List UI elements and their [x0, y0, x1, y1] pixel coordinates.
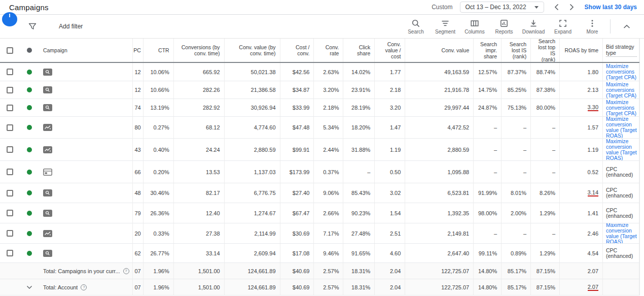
column-header-conv-value[interactable]: Conv. value: [405, 39, 474, 62]
help-icon[interactable]: ?: [81, 284, 87, 290]
row-checkbox[interactable]: [7, 169, 13, 175]
enabled-status-dot[interactable]: [27, 125, 32, 130]
cell-cost_conv: $17.08: [280, 244, 314, 262]
cell-bid-strategy-type[interactable]: Maximize conversion value (Target ROAS): [603, 139, 639, 160]
column-header-cost-per-conv[interactable]: Cost / conv.: [280, 39, 314, 62]
column-header-conv-value-per-cost[interactable]: Conv. value / cost: [375, 39, 405, 62]
date-range-value: Oct 13 – Dec 13, 2022: [466, 4, 526, 11]
status-filter-dot[interactable]: [27, 48, 32, 53]
row-checkbox[interactable]: [7, 230, 13, 237]
cell-bid-strategy-type[interactable]: Maximize conversion value (Target ROAS): [603, 117, 639, 138]
cell-cpc: 79: [133, 203, 144, 223]
cell-value_cost: 1.19: [375, 139, 405, 160]
column-header-roas-by-time[interactable]: ROAS by time: [560, 39, 603, 62]
column-header-ctr[interactable]: CTR: [144, 39, 174, 62]
cell-bid-strategy-type[interactable]: Maximize conversions (Target CPA): [603, 99, 639, 116]
roas-flagged-value: 3.30: [588, 104, 598, 111]
cell-value_cost: 3.02: [375, 183, 405, 203]
add-filter-button[interactable]: Add filter: [59, 23, 83, 30]
cell-conv_value_time: 124,661.89: [225, 263, 280, 279]
download-button[interactable]: Download: [519, 19, 548, 35]
cell-roas-by-time: 1.19: [560, 139, 603, 160]
help-icon[interactable]: ?: [123, 268, 129, 274]
column-header-campaign[interactable]: Campaign: [39, 39, 133, 62]
expand-button[interactable]: Expand: [548, 19, 578, 35]
enabled-status-dot[interactable]: [27, 251, 32, 256]
more-button[interactable]: More: [578, 19, 607, 35]
cell-roas-by-time: 1.80: [560, 63, 603, 81]
cell-conv_value_time: 1,137.03: [225, 161, 280, 183]
column-header-bid-strategy-type[interactable]: Bid strategy type: [603, 39, 639, 62]
cell-lost_is: –: [502, 223, 531, 243]
cell-lost_top_is: 87.15%: [531, 279, 560, 295]
column-header-search-lost-top-is-rank[interactable]: Search lost top IS (rank): [531, 39, 560, 62]
toolbar-divider: [610, 19, 611, 34]
cell-bid-strategy-type[interactable]: Maximize conversions (Target CPA): [603, 63, 639, 81]
cell-bid-strategy-type[interactable]: Maximize conversion value (Target ROAS): [603, 223, 639, 243]
cell-impr_share: 12.57%: [474, 63, 502, 81]
search-icon: [411, 19, 420, 28]
row-checkbox[interactable]: [7, 105, 13, 111]
column-header-conv-value-by-conv-time[interactable]: Conv. value (by conv. time): [225, 39, 280, 62]
date-mode-label: Custom: [432, 4, 452, 11]
cell-click_share: 18.20%: [343, 117, 375, 138]
cell-conv_rate: 9.46%: [314, 244, 343, 262]
next-period-button[interactable]: [564, 2, 580, 13]
show-last-30-days-link[interactable]: Show last 30 days: [585, 4, 637, 11]
column-header-search-impr-share[interactable]: Search impr. share: [474, 39, 502, 62]
date-range-picker[interactable]: Oct 13 – Dec 13, 2022: [460, 2, 544, 13]
filter-funnel-icon[interactable]: [28, 22, 37, 31]
column-header-search-lost-is-rank[interactable]: Search lost IS (rank): [502, 39, 531, 62]
enabled-status-dot[interactable]: [27, 211, 32, 216]
column-header-avg-cpc[interactable]: PC: [133, 39, 144, 62]
reports-button[interactable]: Reports: [489, 19, 519, 35]
collapse-toolbar-button[interactable]: [614, 24, 640, 29]
cell-conv_value: 1,392.35: [405, 203, 474, 223]
enabled-status-dot[interactable]: [27, 147, 32, 152]
row-checkbox[interactable]: [7, 210, 13, 216]
cell-bid-strategy-type[interactable]: Maximize conversions (Target CPA): [603, 81, 639, 98]
roas-flagged-value: 2.07: [588, 284, 598, 291]
cell-cpc: 80: [133, 117, 144, 138]
table-row: 6226.77%33.142,609.94$17.089.46%91.65%4.…: [0, 244, 639, 263]
cell-cpc: 07: [133, 263, 144, 279]
enabled-status-dot[interactable]: [27, 70, 32, 75]
cell-conv_value: 2,149.81: [405, 223, 474, 243]
cell-conv: 68.12: [174, 117, 225, 138]
previous-period-button[interactable]: [549, 2, 564, 13]
segment-button[interactable]: Segment: [431, 19, 460, 35]
column-header-conv-rate[interactable]: Conv. rate: [314, 39, 343, 62]
select-all-checkbox[interactable]: [7, 47, 13, 54]
enabled-status-dot[interactable]: [27, 105, 32, 110]
enabled-status-dot[interactable]: [27, 231, 32, 236]
column-header-conversions-by-conv-time[interactable]: Conversions (by conv. time): [174, 39, 225, 62]
row-checkbox[interactable]: [7, 87, 13, 93]
row-checkbox[interactable]: [7, 250, 13, 256]
cell-conv_value_time: 1,274.67: [225, 203, 280, 223]
cell-impr_share: 24.87%: [474, 99, 502, 116]
row-checkbox[interactable]: [7, 190, 13, 196]
cell-ctr: 10.06%: [144, 63, 174, 81]
enabled-status-dot[interactable]: [27, 170, 32, 175]
cell-ctr: 0.33%: [144, 223, 174, 243]
enabled-status-dot[interactable]: [27, 190, 32, 195]
row-checkbox[interactable]: [7, 124, 13, 131]
columns-button[interactable]: Columns: [460, 19, 489, 35]
cell-lost_top_is: –: [531, 117, 560, 138]
enabled-status-dot[interactable]: [27, 87, 32, 92]
total-expand-toggle[interactable]: [20, 279, 39, 295]
row-checkbox[interactable]: [7, 69, 13, 75]
column-header-click-share[interactable]: Click share: [343, 39, 375, 62]
toolbar-action-label: Expand: [554, 29, 571, 35]
cell-conv: 82.17: [174, 183, 225, 203]
toolbar-action-label: Reports: [495, 29, 513, 35]
row-checkbox[interactable]: [7, 146, 13, 153]
cell-conv_value_time: 6,776.75: [225, 183, 280, 203]
chevron-down-icon: [534, 6, 539, 9]
cell-campaign: [39, 99, 133, 116]
cell-conv_value_time: 21,386.58: [225, 81, 280, 98]
floating-indicator-circle[interactable]: [2, 12, 17, 26]
cell-cpc: 12: [133, 81, 144, 98]
search-button[interactable]: Search: [401, 19, 431, 35]
cell-conv_rate: 5.34%: [314, 117, 343, 138]
